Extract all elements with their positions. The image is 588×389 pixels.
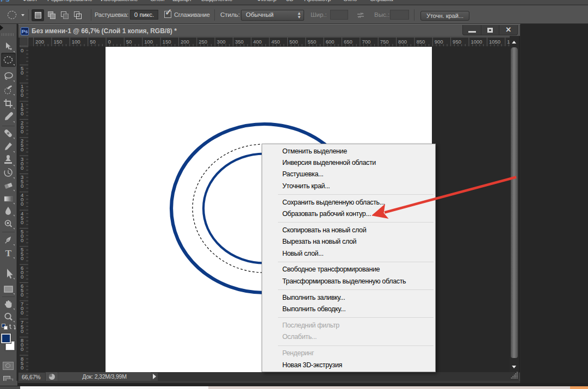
svg-text:950: 950 <box>453 39 461 45</box>
svg-text:750: 750 <box>380 39 389 45</box>
svg-text:0: 0 <box>21 165 23 171</box>
svg-text:250: 250 <box>199 39 207 45</box>
svg-text:0: 0 <box>21 292 23 298</box>
svg-text:150: 150 <box>163 39 171 45</box>
svg-text:0: 0 <box>21 310 23 316</box>
svg-text:0: 0 <box>21 328 23 334</box>
svg-text:450: 450 <box>271 39 280 45</box>
svg-text:850: 850 <box>417 39 425 45</box>
svg-text:0: 0 <box>21 365 23 371</box>
svg-text:400: 400 <box>253 39 262 45</box>
svg-text:200: 200 <box>181 39 189 45</box>
svg-text:0: 0 <box>21 110 23 116</box>
svg-text:300: 300 <box>217 39 226 45</box>
svg-text:50: 50 <box>90 39 96 45</box>
svg-text:0: 0 <box>21 70 23 76</box>
svg-text:0: 0 <box>21 128 23 134</box>
svg-text:0: 0 <box>21 92 23 98</box>
svg-text:200: 200 <box>35 39 44 45</box>
svg-text:0: 0 <box>21 47 23 53</box>
svg-text:500: 500 <box>289 39 298 45</box>
svg-text:0: 0 <box>21 201 23 207</box>
svg-text:50: 50 <box>126 39 132 45</box>
svg-text:0: 0 <box>21 183 23 189</box>
svg-text:0: 0 <box>21 146 23 152</box>
svg-text:T: T <box>5 248 12 258</box>
svg-text:0: 0 <box>21 274 23 280</box>
svg-text:550: 550 <box>307 39 316 45</box>
svg-text:700: 700 <box>362 39 370 45</box>
svg-text:350: 350 <box>235 39 244 45</box>
svg-text:0: 0 <box>21 219 23 225</box>
svg-text:0: 0 <box>21 346 23 352</box>
svg-text:150: 150 <box>53 39 62 45</box>
svg-text:0: 0 <box>21 255 23 261</box>
svg-text:0: 0 <box>108 39 111 45</box>
svg-text:0: 0 <box>21 237 23 243</box>
svg-text:100: 100 <box>72 39 81 45</box>
svg-text:1050: 1050 <box>489 39 500 45</box>
svg-text:1000: 1000 <box>471 39 482 45</box>
svg-text:100: 100 <box>144 39 153 45</box>
svg-text:900: 900 <box>435 39 443 45</box>
svg-text:650: 650 <box>344 39 352 45</box>
svg-text:800: 800 <box>398 39 407 45</box>
svg-text:600: 600 <box>326 39 335 45</box>
